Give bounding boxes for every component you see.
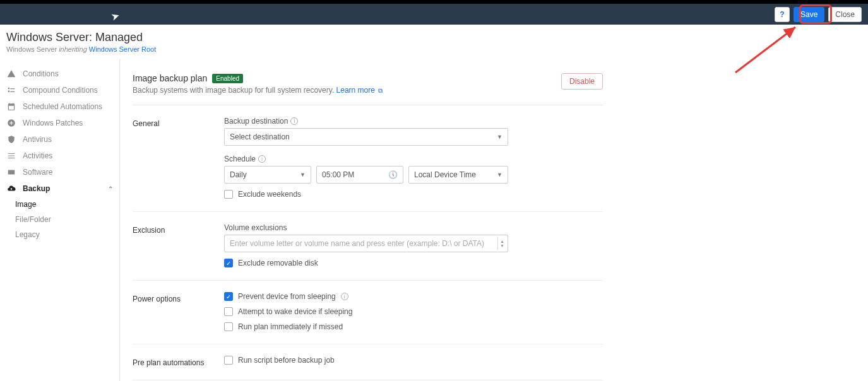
sidebar-item-compound[interactable]: Compound Conditions	[0, 82, 119, 98]
checkbox-checked[interactable]: ✓	[224, 259, 233, 267]
sidebar-item-label: Antivirus	[23, 135, 52, 144]
chevron-up-icon: ⌃	[108, 185, 113, 192]
schedule-timezone-select[interactable]: Local Device Time ▼	[408, 166, 508, 184]
card-icon	[6, 167, 16, 177]
close-button[interactable]: Close	[828, 7, 862, 22]
shield-icon	[6, 134, 16, 144]
info-icon[interactable]: i	[258, 155, 266, 163]
field-label-text: Backup destination	[224, 117, 288, 126]
backup-destination-select[interactable]: Select destination ▼	[224, 128, 508, 146]
volume-exclusions-input[interactable]: Enter volume letter or volume name and p…	[224, 235, 508, 252]
general-label: General	[133, 117, 224, 128]
run-if-missed-row[interactable]: Run plan immediately if missed	[224, 322, 603, 331]
checkbox-label: Prevent device from sleeping	[238, 292, 336, 301]
section-header: Image backup plan Enabled Backup systems…	[133, 73, 603, 105]
schedule-frequency-select[interactable]: Daily ▼	[224, 166, 311, 184]
power-label: Power options	[133, 292, 224, 303]
section-description: Backup systems with image backup for ful…	[133, 86, 383, 95]
external-link-icon: ⧉	[378, 87, 383, 94]
select-value: Select destination	[230, 132, 290, 141]
checkbox-unchecked[interactable]	[224, 322, 233, 331]
page-title: Windows Server: Managed	[6, 31, 868, 44]
calendar-icon	[6, 102, 16, 112]
run-before-row[interactable]: Run script before backup job	[224, 356, 603, 365]
sidebar: Conditions Compound Conditions Scheduled…	[0, 59, 120, 381]
content: Conditions Compound Conditions Scheduled…	[0, 59, 868, 381]
caret-down-icon: ▼	[497, 134, 502, 140]
checkbox-label: Attempt to wake device if sleeping	[238, 307, 352, 316]
help-button[interactable]: ?	[775, 7, 790, 22]
learn-more-link[interactable]: Learn more	[336, 86, 375, 95]
input-value: 05:00 PM	[322, 170, 354, 179]
stepper-icon[interactable]: ▲▼	[497, 237, 506, 250]
volume-exclusions-label: Volume exclusions	[224, 223, 603, 232]
caret-down-icon: ▼	[497, 172, 502, 178]
list-icon	[6, 151, 16, 161]
select-value: Daily	[230, 170, 247, 179]
disable-button[interactable]: Disable	[561, 73, 603, 90]
field-label-text: Volume exclusions	[224, 223, 287, 232]
compound-icon	[6, 85, 16, 95]
sidebar-item-label: Image	[15, 200, 36, 209]
schedule-label: Schedule i	[224, 155, 603, 163]
sidebar-item-label: Windows Patches	[23, 119, 83, 127]
checkbox-unchecked[interactable]	[224, 356, 233, 365]
sidebar-item-label: Scheduled Automations	[23, 102, 102, 111]
prevent-sleep-row[interactable]: ✓ Prevent device from sleeping i	[224, 292, 603, 301]
sidebar-item-label: Conditions	[23, 69, 59, 78]
sidebar-item-scheduled[interactable]: Scheduled Automations	[0, 98, 119, 115]
sidebar-item-label: Legacy	[15, 230, 40, 239]
row-exclusion: Exclusion Volume exclusions Enter volume…	[133, 212, 603, 267]
checkbox-unchecked[interactable]	[224, 190, 233, 199]
info-icon[interactable]: i	[341, 293, 348, 300]
sidebar-item-conditions[interactable]: Conditions	[0, 66, 119, 82]
topbar: ➤ ? Save Close	[0, 4, 868, 25]
sidebar-sub-legacy[interactable]: Legacy	[0, 227, 119, 242]
exclude-removable-row[interactable]: ✓ Exclude removable disk	[224, 259, 603, 267]
checkbox-label: Run script before backup job	[238, 356, 335, 365]
warning-icon	[6, 69, 16, 79]
sidebar-item-activities[interactable]: Activities	[0, 148, 119, 164]
exclusion-label: Exclusion	[133, 223, 224, 235]
sidebar-item-patches[interactable]: Windows Patches	[0, 115, 119, 131]
save-button[interactable]: Save	[794, 7, 824, 22]
schedule-time-input[interactable]: 05:00 PM 🕔	[316, 166, 403, 184]
sidebar-sub-filefolder[interactable]: File/Folder	[0, 212, 119, 227]
page-subtitle: Windows Server inheriting Windows Server…	[6, 45, 868, 53]
main: Image backup plan Enabled Backup systems…	[120, 59, 615, 381]
row-general: General Backup destination i Select dest…	[133, 105, 603, 199]
select-value: Local Device Time	[414, 170, 476, 179]
checkbox-checked[interactable]: ✓	[224, 292, 233, 301]
checkbox-label: Exclude weekends	[238, 190, 301, 199]
sidebar-item-antivirus[interactable]: Antivirus	[0, 131, 119, 148]
sidebar-item-backup[interactable]: Backup ⌃	[0, 180, 119, 197]
subtitle-inheriting: inheriting	[59, 45, 87, 53]
field-label-text: Schedule	[224, 155, 256, 163]
sidebar-item-label: Activities	[23, 151, 52, 160]
checkbox-unchecked[interactable]	[224, 307, 233, 316]
backup-destination-label: Backup destination i	[224, 117, 603, 126]
info-icon[interactable]: i	[290, 117, 298, 125]
section-title: Image backup plan	[133, 73, 207, 83]
checkbox-label: Run plan immediately if missed	[238, 322, 343, 331]
cloud-up-icon	[6, 184, 16, 194]
sidebar-item-software[interactable]: Software	[0, 164, 119, 180]
exclude-weekends-row[interactable]: Exclude weekends	[224, 190, 603, 199]
sidebar-item-label: Backup	[23, 184, 50, 193]
attempt-wake-row[interactable]: Attempt to wake device if sleeping	[224, 307, 603, 316]
enabled-badge: Enabled	[212, 74, 243, 83]
help-icon: ?	[780, 10, 784, 19]
row-pre-plan: Pre plan automations Run script before b…	[133, 344, 603, 367]
header: Windows Server: Managed Windows Server i…	[0, 25, 868, 59]
caret-down-icon: ▼	[300, 172, 306, 178]
row-power: Power options ✓ Prevent device from slee…	[133, 281, 603, 331]
checkbox-label: Exclude removable disk	[238, 259, 318, 267]
input-placeholder: Enter volume letter or volume name and p…	[230, 239, 484, 248]
sidebar-sub-image[interactable]: Image	[0, 197, 119, 212]
subtitle-link[interactable]: Windows Server Root	[89, 45, 156, 53]
subtitle-prefix: Windows Server	[6, 45, 59, 53]
pre-plan-label: Pre plan automations	[133, 356, 224, 367]
section-desc-text: Backup systems with image backup for ful…	[133, 86, 334, 95]
clock-icon: 🕔	[388, 170, 398, 179]
plus-circle-icon	[6, 118, 16, 128]
